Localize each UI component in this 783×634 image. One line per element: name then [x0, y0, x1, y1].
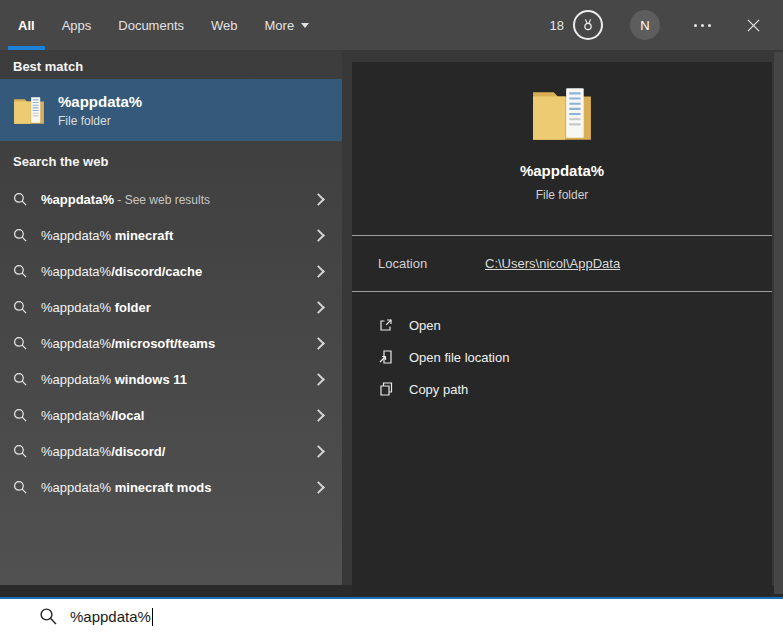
search-query-text: %appdata% — [70, 608, 151, 625]
tab-more-label: More — [265, 18, 295, 33]
open-external-icon — [378, 317, 394, 333]
search-filter-bar: All Apps Documents Web More 18 N — [0, 0, 783, 50]
copy-icon — [378, 381, 394, 397]
topbar-controls: 18 N — [550, 0, 783, 50]
tab-documents[interactable]: Documents — [108, 0, 194, 50]
filter-tabs: All Apps Documents Web More — [0, 0, 326, 50]
chevron-down-icon — [301, 23, 309, 28]
suggestion-text: %appdata% - See web results — [41, 192, 314, 207]
best-match-header: Best match — [0, 50, 342, 79]
best-match-title: %appdata% — [58, 93, 142, 110]
chevron-right-icon[interactable] — [312, 337, 325, 350]
tab-more[interactable]: More — [255, 0, 320, 50]
suggestion-text: %appdata% minecraft — [41, 228, 314, 243]
scrollbar[interactable] — [774, 52, 783, 594]
copy-path-action[interactable]: Copy path — [352, 373, 772, 405]
rewards-points: 18 — [550, 18, 564, 33]
chevron-right-icon[interactable] — [312, 229, 325, 242]
tab-all-label: All — [18, 18, 35, 33]
tab-web-label: Web — [211, 18, 238, 33]
open-file-location-label: Open file location — [409, 350, 509, 365]
chevron-right-icon[interactable] — [312, 373, 325, 386]
web-suggestion[interactable]: %appdata% minecraft mods — [0, 469, 342, 505]
best-match-text: %appdata% File folder — [58, 93, 142, 128]
location-label: Location — [378, 256, 485, 271]
chevron-right-icon[interactable] — [312, 481, 325, 494]
web-suggestion[interactable]: %appdata%/local — [0, 397, 342, 433]
close-button[interactable] — [742, 14, 765, 37]
tab-documents-label: Documents — [118, 18, 184, 33]
search-icon — [13, 336, 28, 351]
tab-web[interactable]: Web — [201, 0, 248, 50]
avatar-initial: N — [640, 18, 649, 33]
search-icon — [13, 228, 28, 243]
folder-icon-large — [531, 84, 593, 142]
open-action[interactable]: Open — [352, 309, 772, 341]
windows-search-panel: All Apps Documents Web More 18 N — [0, 0, 783, 634]
suggestion-text: %appdata% folder — [41, 300, 314, 315]
chevron-right-icon[interactable] — [312, 409, 325, 422]
web-suggestions-list: %appdata% - See web results %appdata% mi… — [0, 181, 342, 505]
best-match-subtitle: File folder — [58, 114, 142, 128]
chevron-right-icon[interactable] — [312, 265, 325, 278]
search-icon — [13, 300, 28, 315]
open-file-location-icon — [378, 349, 394, 365]
rewards-medal-icon[interactable] — [573, 10, 603, 40]
open-label: Open — [409, 318, 441, 333]
best-match-result[interactable]: %appdata% File folder — [0, 79, 342, 141]
avatar[interactable]: N — [630, 10, 660, 40]
results-panel: Best match %appdata% File folder Search … — [0, 50, 342, 585]
close-icon — [746, 18, 761, 33]
copy-path-label: Copy path — [409, 382, 468, 397]
suggestion-text: %appdata%/discord/ — [41, 444, 314, 459]
chevron-right-icon[interactable] — [312, 445, 325, 458]
divider — [352, 291, 772, 292]
preview-header: %appdata% File folder — [352, 62, 772, 202]
open-file-location-action[interactable]: Open file location — [352, 341, 772, 373]
chevron-right-icon[interactable] — [312, 301, 325, 314]
search-icon — [39, 607, 58, 626]
chevron-right-icon[interactable] — [312, 193, 325, 206]
suggestion-text: %appdata% minecraft mods — [41, 480, 314, 495]
web-suggestion[interactable]: %appdata% folder — [0, 289, 342, 325]
search-icon — [13, 372, 28, 387]
folder-icon — [13, 94, 45, 126]
web-suggestion[interactable]: %appdata%/microsoft/teams — [0, 325, 342, 361]
preview-subtitle: File folder — [352, 188, 772, 202]
web-suggestion[interactable]: %appdata%/discord/ — [0, 433, 342, 469]
location-row: Location C:\Users\nicol\AppData — [352, 236, 772, 291]
search-icon — [13, 192, 28, 207]
location-link[interactable]: C:\Users\nicol\AppData — [485, 256, 620, 271]
search-icon — [13, 408, 28, 423]
preview-panel: %appdata% File folder Location C:\Users\… — [352, 62, 772, 596]
search-icon — [13, 264, 28, 279]
search-web-header: Search the web — [0, 145, 342, 174]
suggestion-text: %appdata%/discord/cache — [41, 264, 314, 279]
suggestion-text: %appdata%/local — [41, 408, 314, 423]
search-icon — [13, 480, 28, 495]
web-suggestion[interactable]: %appdata% - See web results — [0, 181, 342, 217]
tab-apps[interactable]: Apps — [52, 0, 102, 50]
tab-all[interactable]: All — [8, 0, 45, 50]
web-suggestion[interactable]: %appdata% windows 11 — [0, 361, 342, 397]
web-suggestion[interactable]: %appdata% minecraft — [0, 217, 342, 253]
more-options-icon[interactable] — [690, 18, 715, 33]
suggestion-text: %appdata%/microsoft/teams — [41, 336, 314, 351]
preview-title: %appdata% — [352, 162, 772, 179]
action-list: Open Open file location Copy path — [352, 309, 772, 405]
medal-icon — [579, 16, 597, 34]
web-suggestion[interactable]: %appdata%/discord/cache — [0, 253, 342, 289]
suggestion-text: %appdata% windows 11 — [41, 372, 314, 387]
search-input[interactable]: %appdata% — [0, 597, 783, 634]
search-icon — [13, 444, 28, 459]
text-cursor — [152, 608, 153, 626]
tab-apps-label: Apps — [62, 18, 92, 33]
